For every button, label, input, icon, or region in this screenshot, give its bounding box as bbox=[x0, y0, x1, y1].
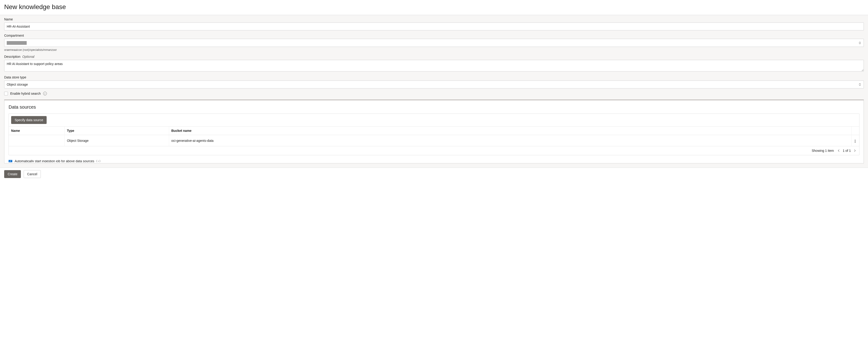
page-indicator: 1 of 1 bbox=[843, 149, 851, 152]
compartment-value-redacted bbox=[7, 41, 27, 45]
auto-ingest-label: Automatically start ingestion job for ab… bbox=[14, 160, 94, 162]
description-label-text: Description bbox=[4, 55, 21, 58]
cell-name bbox=[9, 135, 64, 146]
pager: 1 of 1 bbox=[837, 148, 857, 153]
data-sources-panel: Data sources Specify data source Name Ty… bbox=[4, 99, 864, 164]
name-label: Name bbox=[4, 18, 864, 21]
table-toolbar: Specify data source bbox=[9, 114, 859, 126]
auto-ingest-row: Automatically start ingestion job for ab… bbox=[8, 160, 860, 162]
cell-bucket: oci-generative-ai-agents-data bbox=[169, 135, 851, 146]
info-icon[interactable]: i bbox=[43, 92, 47, 95]
create-button[interactable]: Create bbox=[4, 170, 21, 178]
data-sources-table: Name Type Bucket name Object Storage oci… bbox=[9, 126, 859, 146]
compartment-select[interactable] bbox=[4, 39, 864, 47]
data-sources-title: Data sources bbox=[8, 105, 860, 110]
page-prev-button[interactable] bbox=[837, 148, 841, 153]
description-field-block: Description Optional bbox=[4, 55, 864, 72]
name-field-block: Name bbox=[4, 18, 864, 30]
column-header-type: Type bbox=[64, 126, 169, 135]
showing-text: Showing 1 item bbox=[812, 149, 834, 152]
column-header-bucket: Bucket name bbox=[169, 126, 851, 135]
specify-data-source-button[interactable]: Specify data source bbox=[11, 116, 46, 124]
compartment-path: oraemeaaicoe (root)/specialists/mmanzoor bbox=[4, 48, 864, 52]
description-textarea[interactable] bbox=[4, 60, 864, 71]
column-header-actions bbox=[851, 126, 859, 135]
hybrid-search-label: Enable hybrid search bbox=[10, 92, 41, 95]
cell-type: Object Storage bbox=[64, 135, 169, 146]
auto-ingest-checkbox[interactable] bbox=[8, 160, 12, 162]
table-footer: Showing 1 item 1 of 1 bbox=[9, 146, 859, 155]
compartment-field-block: Compartment oraemeaaicoe (root)/speciali… bbox=[4, 34, 864, 52]
cancel-button[interactable]: Cancel bbox=[24, 170, 41, 178]
column-header-name: Name bbox=[9, 126, 64, 135]
hybrid-search-checkbox[interactable] bbox=[4, 92, 8, 95]
page-title: New knowledge base bbox=[0, 0, 868, 15]
data-store-type-select[interactable]: Object storage bbox=[4, 81, 864, 88]
name-input[interactable] bbox=[4, 23, 864, 30]
cell-actions bbox=[851, 135, 859, 146]
description-optional: Optional bbox=[22, 55, 34, 58]
table-row: Object Storage oci-generative-ai-agents-… bbox=[9, 135, 859, 146]
description-label: Description Optional bbox=[4, 55, 864, 58]
data-store-type-block: Data store type Object storage bbox=[4, 76, 864, 88]
form-area: Name Compartment oraemeaaicoe (root)/spe… bbox=[0, 15, 868, 168]
kebab-icon[interactable] bbox=[854, 139, 857, 144]
info-icon[interactable]: i bbox=[96, 160, 100, 162]
hybrid-search-row: Enable hybrid search i bbox=[4, 92, 864, 95]
compartment-label: Compartment bbox=[4, 34, 864, 37]
data-sources-table-wrap: Specify data source Name Type Bucket nam… bbox=[8, 114, 860, 155]
data-store-type-label: Data store type bbox=[4, 76, 864, 79]
actions-bar: Create Cancel bbox=[0, 168, 868, 180]
page-next-button[interactable] bbox=[853, 148, 857, 153]
